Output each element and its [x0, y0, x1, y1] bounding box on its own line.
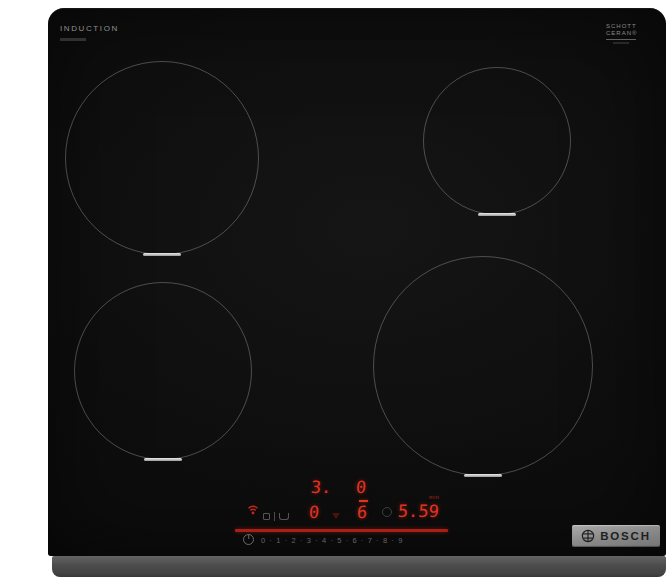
- zone-marker: [143, 253, 181, 256]
- product-image: INDUCTION SCHOTT CERAN® 3. 0 0 6 5.: [0, 0, 668, 584]
- schott-line2: CERAN®: [606, 30, 637, 37]
- schott-line1: SCHOTT: [606, 23, 637, 30]
- schott-rule: [606, 39, 636, 40]
- zone-marker: [464, 474, 502, 477]
- schott-subtext: [613, 42, 629, 44]
- schott-ceran-logo: SCHOTT CERAN®: [606, 23, 637, 44]
- power-button[interactable]: [243, 534, 254, 545]
- boost-indicator: [359, 500, 368, 502]
- power-icon: [248, 534, 250, 539]
- zone-display-rear-left[interactable]: 3.: [310, 477, 332, 497]
- slider-highlight-bar: [235, 529, 448, 532]
- front-trim-bar: [52, 556, 666, 577]
- zone-display-rear-right[interactable]: 0: [355, 477, 367, 497]
- timer-unit-label: min: [429, 494, 439, 500]
- pan-detect-icon: [332, 513, 340, 519]
- induction-label: INDUCTION: [60, 24, 119, 33]
- bosch-badge: BOSCH: [572, 525, 660, 547]
- zone-display-front-left[interactable]: 0: [308, 502, 320, 522]
- clock-icon[interactable]: [382, 507, 392, 517]
- cooking-zone-rear-left: [65, 61, 259, 255]
- cooking-zone-front-right: [373, 256, 593, 476]
- zone-display-front-right[interactable]: 6: [356, 502, 368, 522]
- zone-marker: [478, 213, 516, 216]
- divider: [274, 512, 275, 521]
- power-slider[interactable]: 0 · 1 · 2 · 3 · 4 · 5 · 6 · 7 · 8 · 9: [261, 536, 447, 545]
- wifi-icon: [247, 501, 259, 519]
- model-subtext: [60, 38, 86, 41]
- bosch-anchor-icon: [581, 529, 595, 543]
- cooking-zone-front-left: [74, 282, 252, 460]
- status-icon-cluster: [263, 511, 289, 521]
- zone-marker: [144, 458, 182, 461]
- bosch-logo-text: BOSCH: [600, 530, 651, 542]
- pan-icon[interactable]: [279, 513, 289, 520]
- timer-display[interactable]: 5.59: [397, 501, 439, 521]
- cooking-zone-rear-right: [423, 67, 571, 215]
- lock-icon[interactable]: [263, 513, 270, 520]
